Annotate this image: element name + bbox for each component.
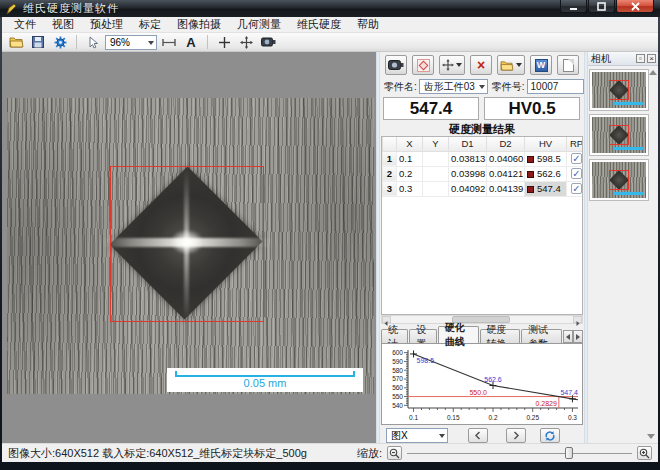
new-report-button[interactable] [557,55,579,75]
tab-hardness-conversion[interactable]: 硬度转换 [480,329,521,343]
column-header-HV[interactable]: HV [525,137,567,151]
scale-bar: 0.05 mm [167,368,363,392]
tab-scroll-right-icon[interactable] [573,330,583,343]
hv-cell[interactable]: 562.6 [525,166,567,181]
row-number-cell[interactable]: 2 [383,166,397,181]
y-cell[interactable] [423,151,449,166]
table-row[interactable]: 10.10.038130.04060598.5✓ [383,151,584,166]
menu-item-2[interactable]: 视图 [44,16,82,33]
word-icon: W [535,59,548,72]
close-panel-icon[interactable]: × [647,54,656,63]
camera-capture-button[interactable] [258,34,278,51]
tab-scroll-left-icon[interactable] [563,330,573,343]
measurement-box-overlay[interactable] [110,166,264,322]
svg-text:598.5: 598.5 [417,357,435,364]
next-button[interactable] [506,428,526,443]
tab-settings[interactable]: 设置 [409,329,436,343]
menu-item-5[interactable]: 图像拍摄 [169,16,229,33]
row-number-cell[interactable]: 1 [383,151,397,166]
menu-item-3[interactable]: 预处理 [82,16,131,33]
micrograph-image[interactable]: 0.05 mm [7,98,374,394]
open-results-button[interactable] [497,55,525,75]
thumbnail-scale-bar [614,192,644,195]
menu-item-6[interactable]: 几何测量 [229,16,289,33]
hv-value: 547.4 [537,183,561,194]
row-number-cell[interactable]: 3 [383,181,397,196]
hv-cell[interactable]: 547.4 [525,181,567,196]
d2-cell[interactable]: 0.04060 [487,151,525,166]
tab-statistics[interactable]: 统计 [381,329,408,343]
move-point-button[interactable] [439,55,465,75]
chevron-down-icon [516,63,522,67]
save-button[interactable] [28,34,48,51]
column-header-Y[interactable]: Y [423,137,449,151]
x-cell[interactable]: 0.1 [397,151,423,166]
settings-gear-button[interactable] [50,34,70,51]
menu-item-7[interactable]: 维氏硬度 [289,16,349,33]
chart-type-select[interactable]: 图X [386,428,448,443]
close-button[interactable] [616,0,654,13]
measure-tool-button[interactable] [159,34,179,51]
d2-cell[interactable]: 0.04121 [487,166,525,181]
x-cell[interactable]: 0.3 [397,181,423,196]
d1-cell[interactable]: 0.04092 [449,181,487,196]
refresh-button[interactable] [540,428,560,443]
zoom-slider-handle[interactable] [565,447,573,459]
part-no-input[interactable]: 10007 [527,79,584,94]
svg-text:550: 550 [392,393,403,400]
text-tool-button[interactable]: A [181,34,201,51]
svg-text:0.2: 0.2 [488,414,497,421]
menu-item-1[interactable]: 文件 [6,16,44,33]
scroll-up-icon[interactable] [649,70,657,75]
detect-indent-button[interactable] [412,55,434,75]
tab-test-parameters[interactable]: 测试参数 [521,329,562,343]
rp-checkbox[interactable]: ✓ [571,168,582,179]
zoom-in-button[interactable] [637,446,652,460]
d2-cell[interactable]: 0.04139 [487,181,525,196]
minimize-button[interactable] [560,0,587,13]
hv-cell[interactable]: 598.5 [525,151,567,166]
d1-cell[interactable]: 0.03813 [449,151,487,166]
camera-panel-title: 相机 [591,52,611,66]
rp-checkbox[interactable]: ✓ [571,183,582,194]
menu-item-4[interactable]: 标定 [131,16,169,33]
crosshair-tool-button[interactable] [214,34,234,51]
camera-thumbnail[interactable] [590,160,648,200]
table-row[interactable]: 30.30.040920.04139547.4✓ [383,181,584,196]
prev-button[interactable] [468,428,488,443]
table-row[interactable]: 20.20.039980.04121562.6✓ [383,166,584,181]
column-header-D1[interactable]: D1 [449,137,487,151]
column-header-X[interactable]: X [397,137,423,151]
column-header-D2[interactable]: D2 [487,137,525,151]
image-viewport[interactable]: 0.05 mm [2,52,376,443]
zoom-control: 缩放: [357,446,658,461]
maximize-button[interactable] [588,0,615,13]
tab-hardening-curve[interactable]: 硬化曲线 [438,326,479,343]
float-panel-icon[interactable]: ▫ [636,54,645,63]
menu-item-8[interactable]: 帮助 [349,16,387,33]
part-name-select[interactable]: 齿形工件03 [419,79,488,94]
rp-checkbox[interactable]: ✓ [571,153,582,164]
export-word-button[interactable]: W [530,55,552,75]
camera-thumbnail[interactable] [590,70,648,110]
column-header-idx[interactable] [383,137,397,151]
open-file-button[interactable] [6,34,26,51]
y-cell[interactable] [423,181,449,196]
scroll-down-icon[interactable] [647,434,655,439]
svg-text:570: 570 [392,375,403,382]
select-cursor-button[interactable] [83,34,103,51]
x-cell[interactable]: 0.2 [397,166,423,181]
camera-live-button[interactable] [385,55,407,75]
delete-measurement-button[interactable]: × [470,55,492,75]
d1-cell[interactable]: 0.03998 [449,166,487,181]
zoom-out-button[interactable] [387,446,402,460]
scroll-right-arrow[interactable] [573,316,582,323]
move-tool-button[interactable] [236,34,256,51]
zoom-slider[interactable] [407,446,632,460]
column-header-RP[interactable]: RP [567,137,584,151]
zoom-level-select[interactable]: 96% [105,35,157,50]
table-body: 10.10.038130.04060598.5✓20.20.039980.041… [383,151,584,196]
camera-thumbnail[interactable] [590,115,648,155]
y-cell[interactable] [423,166,449,181]
chart-controls: 图X [380,428,584,443]
